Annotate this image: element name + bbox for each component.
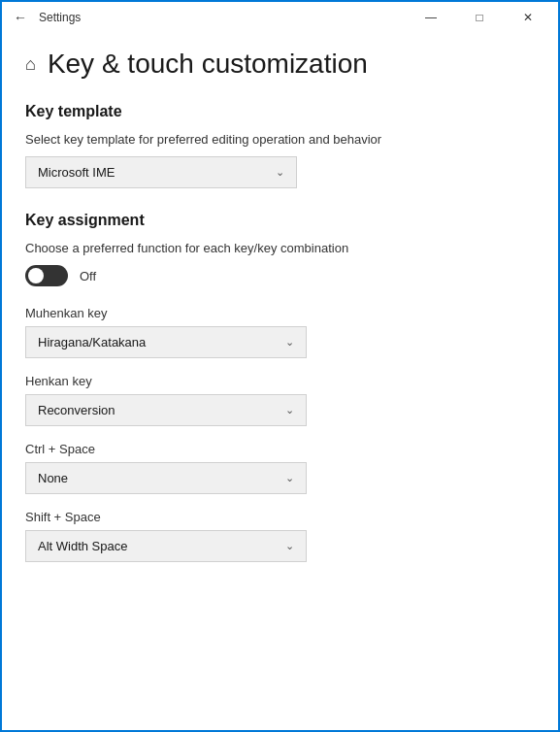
key-template-title: Key template: [25, 103, 535, 120]
muhenkan-key-dropdown[interactable]: Hiragana/Katakana ⌄: [25, 326, 307, 358]
title-bar-controls: — □ ✕: [409, 2, 550, 33]
key-assignment-section: Key assignment Choose a preferred functi…: [25, 212, 535, 562]
ctrl-space-section: Ctrl + Space None ⌄: [25, 442, 535, 494]
muhenkan-key-label: Muhenkan key: [25, 306, 535, 320]
muhenkan-key-value: Hiragana/Katakana: [38, 335, 146, 349]
window-title: Settings: [39, 11, 81, 24]
toggle-thumb: [28, 268, 44, 283]
toggle-row: Off: [25, 265, 535, 286]
shift-space-label: Shift + Space: [25, 510, 535, 524]
home-icon: ⌂: [25, 54, 36, 75]
shift-space-dropdown[interactable]: Alt Width Space ⌄: [25, 530, 307, 562]
main-content: ⌂ Key & touch customization Key template…: [2, 33, 558, 730]
key-assignment-toggle[interactable]: [25, 265, 68, 286]
chevron-down-icon: ⌄: [285, 472, 294, 484]
key-template-dropdown[interactable]: Microsoft IME ⌄: [25, 156, 297, 188]
key-template-dropdown-value: Microsoft IME: [38, 165, 115, 180]
page-title: Key & touch customization: [48, 49, 368, 80]
title-bar: ← Settings — □ ✕: [2, 2, 558, 33]
shift-space-value: Alt Width Space: [38, 539, 128, 553]
henkan-key-section: Henkan key Reconversion ⌄: [25, 374, 535, 426]
henkan-key-label: Henkan key: [25, 374, 535, 388]
title-bar-left: ← Settings: [10, 6, 81, 29]
chevron-down-icon: ⌄: [285, 336, 294, 349]
back-button[interactable]: ←: [10, 6, 31, 29]
chevron-down-icon: ⌄: [276, 166, 284, 179]
chevron-down-icon: ⌄: [285, 404, 294, 416]
shift-space-section: Shift + Space Alt Width Space ⌄: [25, 510, 535, 562]
henkan-key-value: Reconversion: [38, 403, 115, 417]
key-assignment-title: Key assignment: [25, 212, 535, 229]
minimize-button[interactable]: —: [409, 2, 453, 33]
toggle-track: [25, 265, 68, 286]
muhenkan-key-section: Muhenkan key Hiragana/Katakana ⌄: [25, 306, 535, 358]
maximize-button[interactable]: □: [457, 2, 502, 33]
close-button[interactable]: ✕: [506, 2, 550, 33]
chevron-down-icon: ⌄: [285, 540, 294, 552]
key-assignment-description: Choose a preferred function for each key…: [25, 241, 535, 255]
key-template-description: Select key template for preferred editin…: [25, 132, 535, 147]
page-header: ⌂ Key & touch customization: [25, 49, 535, 80]
henkan-key-dropdown[interactable]: Reconversion ⌄: [25, 394, 307, 426]
ctrl-space-label: Ctrl + Space: [25, 442, 535, 456]
settings-window: ← Settings — □ ✕ ⌂ Key & touch customiza…: [0, 0, 560, 732]
ctrl-space-dropdown[interactable]: None ⌄: [25, 462, 307, 494]
ctrl-space-value: None: [38, 471, 68, 485]
key-template-section: Key template Select key template for pre…: [25, 103, 535, 188]
toggle-label: Off: [80, 269, 96, 283]
